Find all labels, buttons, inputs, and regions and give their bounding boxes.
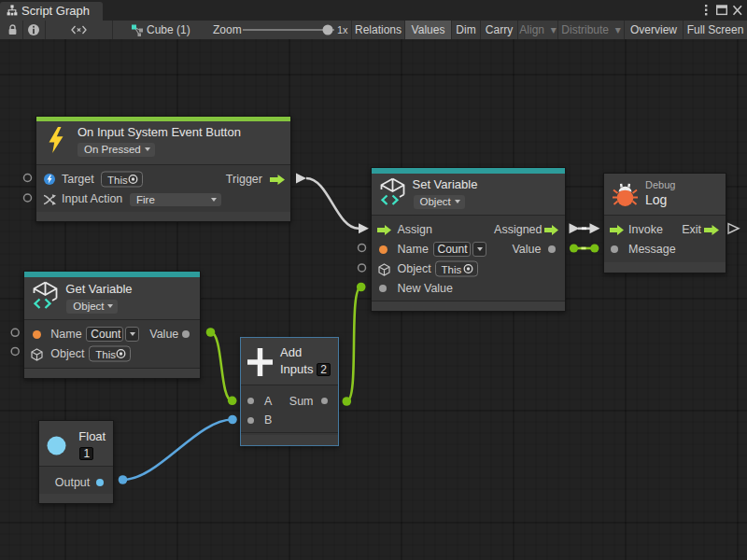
svg-text:1x: 1x xyxy=(337,24,348,35)
